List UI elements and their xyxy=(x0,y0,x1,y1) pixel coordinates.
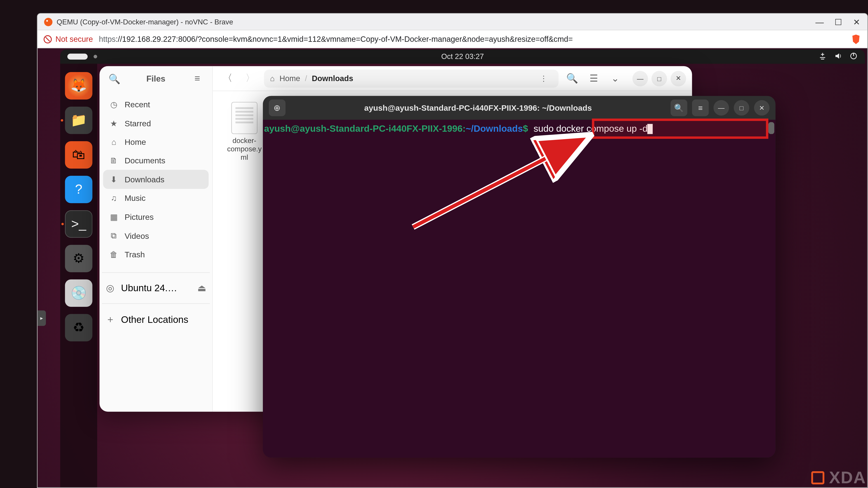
terminal-command: sudo docker compose up -d xyxy=(534,123,648,133)
sidebar-icon: 🗎 xyxy=(109,156,119,165)
breadcrumb[interactable]: ⌂ Home / Downloads ⋮ xyxy=(264,69,559,87)
files-toolbar: 〈 〉 ⌂ Home / Downloads ⋮ 🔍 ☰ ⌄ xyxy=(213,66,692,91)
disk-icon: ◎ xyxy=(105,283,115,294)
files-maximize-button[interactable]: □ xyxy=(651,70,667,86)
maximize-button[interactable]: ☐ xyxy=(835,17,842,26)
terminal-search-icon[interactable]: 🔍 xyxy=(671,99,687,116)
terminal-scrollbar[interactable] xyxy=(768,122,774,134)
terminal-new-tab-button[interactable]: ⊕ xyxy=(269,99,285,116)
xda-watermark: XDA xyxy=(811,468,866,487)
activities-button[interactable] xyxy=(67,54,88,59)
prompt-path: ~/Downloads xyxy=(466,123,523,133)
list-view-icon[interactable]: ☰ xyxy=(585,69,602,87)
terminal-minimize-button[interactable]: — xyxy=(713,100,729,116)
sidebar-icon: ◷ xyxy=(109,99,119,109)
volume-icon[interactable] xyxy=(834,52,842,62)
breadcrumb-current[interactable]: Downloads xyxy=(312,74,353,83)
sidebar-item-trash[interactable]: 🗑Trash xyxy=(103,246,209,264)
network-icon[interactable] xyxy=(818,52,827,62)
browser-address-bar[interactable]: Not secure https://192.168.29.227:8006/?… xyxy=(37,30,867,48)
qemu-favicon xyxy=(43,17,53,26)
brave-shields-icon[interactable] xyxy=(850,34,861,44)
sidebar-volume-ubuntu[interactable]: ◎ Ubuntu 24.… ⏏ xyxy=(99,278,212,298)
sidebar-icon: ⧉ xyxy=(109,231,119,240)
dock-app-files[interactable]: 📁 xyxy=(65,107,92,134)
sidebar-icon: ★ xyxy=(109,119,119,128)
browser-window: QEMU (Copy-of-VM-Docker-manager) - noVNC… xyxy=(37,13,868,488)
sidebar-icon: ⌂ xyxy=(109,138,119,147)
files-app-title: Files xyxy=(128,74,184,84)
back-button[interactable]: 〈 xyxy=(219,69,237,87)
eject-icon[interactable]: ⏏ xyxy=(197,283,206,294)
terminal-body[interactable]: ayush@ayush-Standard-PC-i440FX-PIIX-1996… xyxy=(263,120,776,457)
sidebar-item-videos[interactable]: ⧉Videos xyxy=(103,226,209,246)
sidebar-item-documents[interactable]: 🗎Documents xyxy=(103,151,209,170)
svg-point-0 xyxy=(44,18,53,26)
svg-point-1 xyxy=(46,20,48,21)
document-icon xyxy=(231,102,257,134)
sidebar-item-starred[interactable]: ★Starred xyxy=(103,114,209,133)
sidebar-search-icon[interactable]: 🔍 xyxy=(105,70,123,88)
browser-tab-bar: QEMU (Copy-of-VM-Docker-manager) - noVNC… xyxy=(37,14,867,31)
search-files-icon[interactable]: 🔍 xyxy=(563,69,581,87)
path-menu-icon[interactable]: ⋮ xyxy=(535,69,553,87)
gnome-dock: 🦊 📁 🛍 ? >_ ⚙ 💿 ♻ xyxy=(60,64,97,487)
power-icon[interactable] xyxy=(849,52,858,62)
not-secure-badge[interactable]: Not secure xyxy=(43,35,93,43)
sidebar-other-locations[interactable]: ＋ Other Locations xyxy=(99,308,212,331)
terminal-window: ⊕ ayush@ayush-Standard-PC-i440FX-PIIX-19… xyxy=(263,96,776,458)
terminal-close-button[interactable]: ✕ xyxy=(754,100,770,116)
dock-app-terminal[interactable]: >_ xyxy=(65,210,92,238)
sidebar-icon: 🗑 xyxy=(109,250,119,259)
files-minimize-button[interactable]: — xyxy=(632,70,648,86)
gnome-top-bar: Oct 22 03:27 xyxy=(60,50,865,64)
terminal-cursor xyxy=(648,124,653,134)
sidebar-item-home[interactable]: ⌂Home xyxy=(103,133,209,151)
workspace-dot-icon xyxy=(94,55,97,59)
files-sidebar: 🔍 Files ≡ ◷Recent★Starred⌂Home🗎Documents… xyxy=(99,66,213,412)
sidebar-hamburger-icon[interactable]: ≡ xyxy=(188,70,206,88)
sidebar-icon: ♫ xyxy=(109,194,119,203)
sidebar-item-pictures[interactable]: ▦Pictures xyxy=(103,207,209,226)
files-close-button[interactable]: ✕ xyxy=(671,70,686,86)
forward-button[interactable]: 〉 xyxy=(241,69,259,87)
clock[interactable]: Oct 22 03:27 xyxy=(441,53,484,61)
terminal-hamburger-icon[interactable]: ≡ xyxy=(692,99,709,116)
breadcrumb-home[interactable]: Home xyxy=(279,74,300,83)
dock-app-disk[interactable]: 💿 xyxy=(65,280,92,307)
dock-app-firefox[interactable]: 🦊 xyxy=(65,72,92,99)
terminal-maximize-button[interactable]: □ xyxy=(734,100,749,116)
sidebar-icon: ⬇ xyxy=(109,175,119,184)
browser-tab-title[interactable]: QEMU (Copy-of-VM-Docker-manager) - noVNC… xyxy=(57,18,233,26)
sidebar-item-music[interactable]: ♫Music xyxy=(103,189,209,207)
vnc-desktop: ▸ Oct 22 03:27 🦊 📁 🛍 ? >_ ⚙ xyxy=(37,48,867,487)
file-docker-compose[interactable]: docker- compose.y ml xyxy=(223,102,266,401)
minimize-button[interactable]: — xyxy=(815,17,824,26)
dock-app-help[interactable]: ? xyxy=(65,176,92,203)
terminal-title: ayush@ayush-Standard-PC-i440FX-PIIX-1996… xyxy=(290,103,666,112)
novnc-panel-toggle[interactable]: ▸ xyxy=(37,311,46,326)
home-icon: ⌂ xyxy=(270,74,275,83)
dock-app-software[interactable]: 🛍 xyxy=(65,141,92,168)
dock-app-settings[interactable]: ⚙ xyxy=(65,245,92,272)
sidebar-item-recent[interactable]: ◷Recent xyxy=(103,95,209,113)
prompt-user: ayush@ayush-Standard-PC-i440FX-PIIX-1996 xyxy=(264,123,463,133)
url-text: https://192.168.29.227:8006/?console=kvm… xyxy=(99,35,572,43)
sidebar-item-downloads[interactable]: ⬇Downloads xyxy=(103,170,209,189)
terminal-titlebar: ⊕ ayush@ayush-Standard-PC-i440FX-PIIX-19… xyxy=(263,96,776,120)
sidebar-icon: ▦ xyxy=(109,212,119,222)
dock-app-trash[interactable]: ♻ xyxy=(65,314,92,341)
view-dropdown-icon[interactable]: ⌄ xyxy=(606,69,624,87)
close-button[interactable]: ✕ xyxy=(853,17,860,26)
svg-line-3 xyxy=(46,37,50,41)
plus-icon: ＋ xyxy=(105,313,115,326)
